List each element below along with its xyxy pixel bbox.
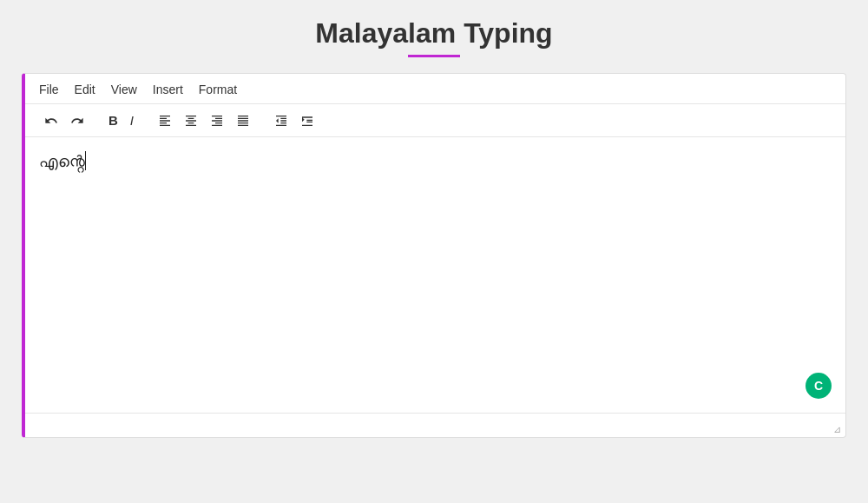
editor-content[interactable]: എന്റെ (25, 137, 845, 413)
undo-icon (44, 114, 58, 128)
align-center-icon (184, 114, 198, 128)
menu-bar: File Edit View Insert Format (25, 74, 845, 104)
redo-icon (70, 114, 84, 128)
editor-bottom-bar: ⊿ (25, 413, 845, 437)
bold-button[interactable]: B (103, 109, 123, 131)
editor-text: എന്റെ (39, 153, 85, 170)
align-center-button[interactable] (179, 110, 203, 131)
align-left-button[interactable] (153, 110, 177, 131)
align-right-icon (210, 114, 224, 128)
menu-view[interactable]: View (111, 83, 137, 96)
outdent-button[interactable] (269, 110, 293, 131)
align-justify-button[interactable] (231, 110, 255, 131)
undo-button[interactable] (39, 110, 63, 131)
format-group: B I (103, 109, 139, 131)
editor-container: File Edit View Insert Format B I (22, 73, 846, 438)
menu-file[interactable]: File (39, 83, 59, 96)
title-underline (408, 55, 460, 57)
grammarly-button[interactable]: C (806, 373, 832, 399)
menu-format[interactable]: Format (199, 83, 237, 96)
align-justify-icon (236, 114, 250, 128)
indent-group (269, 110, 319, 131)
indent-icon (300, 114, 314, 128)
toolbar: B I (25, 104, 845, 137)
menu-insert[interactable]: Insert (153, 83, 183, 96)
align-left-icon (158, 114, 172, 128)
text-cursor (85, 151, 86, 170)
redo-button[interactable] (65, 110, 89, 131)
align-group (153, 110, 255, 131)
undo-redo-group (39, 110, 89, 131)
outdent-icon (274, 114, 288, 128)
align-right-button[interactable] (205, 110, 229, 131)
resize-handle[interactable]: ⊿ (833, 425, 844, 435)
indent-button[interactable] (295, 110, 319, 131)
italic-button[interactable]: I (125, 109, 139, 131)
menu-edit[interactable]: Edit (75, 83, 95, 96)
page-title: Malayalam Typing (315, 17, 552, 50)
